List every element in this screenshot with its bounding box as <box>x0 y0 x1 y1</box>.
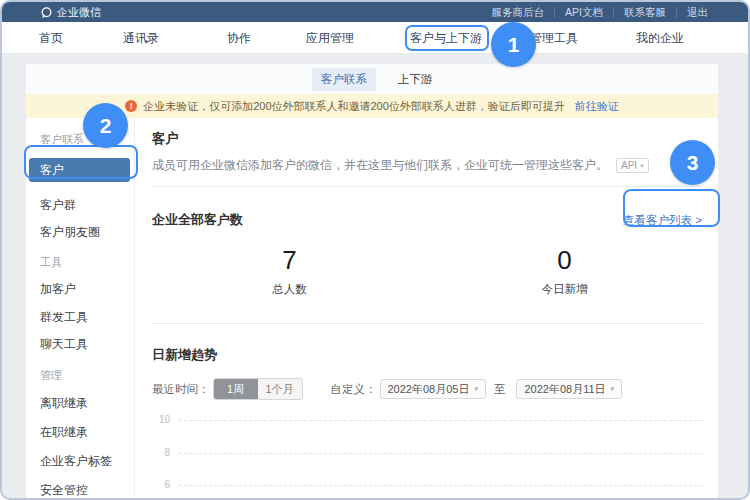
notice-text: 企业未验证，仅可添加200位外部联系人和邀请200位外部联系人进群，验证后即可提… <box>143 99 565 114</box>
sidebar: 客户联系 客户 客户群 客户朋友圈 工具 加客户 群发工具 聊天工具 管理 离职… <box>26 118 135 500</box>
sidebar-item-resigned-inheritance[interactable]: 离职继承 <box>26 396 134 410</box>
app-window: 企业微信 服务商后台 API文档 联系客服 退出 首页 通讯录 协作 应用管理 … <box>0 0 750 500</box>
topbar: 企业微信 服务商后台 API文档 联系客服 退出 <box>2 2 748 22</box>
page-title: 客户 <box>152 130 702 148</box>
nav-management-tools[interactable]: 管理工具 <box>530 29 578 46</box>
y-tick: 10 <box>152 415 170 425</box>
chevron-down-icon: ▾ <box>640 162 644 170</box>
logo-text: 企业微信 <box>57 5 101 20</box>
stat-today-new-label: 今日新增 <box>427 282 702 297</box>
sidebar-item-chat-tools[interactable]: 聊天工具 <box>26 337 134 351</box>
date-from-select[interactable]: 2022年08月05日 ▾ <box>380 379 486 399</box>
y-tick: 6 <box>152 480 170 490</box>
logo[interactable]: 企业微信 <box>40 5 101 20</box>
divider <box>152 186 702 187</box>
sidebar-item-active-inheritance[interactable]: 在职继承 <box>26 425 134 439</box>
tab-strip: 客户联系 上下游 <box>26 64 718 94</box>
sidebar-section-management: 管理 <box>26 368 134 382</box>
stat-total: 7 总人数 <box>152 247 427 297</box>
nav-contacts[interactable]: 通讯录 <box>123 29 159 46</box>
warning-icon: ! <box>125 100 137 112</box>
main-nav: 首页 通讯录 协作 应用管理 客户与上下游 管理工具 我的企业 <box>2 22 748 54</box>
nav-customers-supply-chain[interactable]: 客户与上下游 <box>410 29 482 46</box>
trend-chart: 10 8 6 4 <box>152 420 702 500</box>
chevron-down-icon: ▾ <box>611 385 615 393</box>
tab-customer-contact[interactable]: 客户联系 <box>312 68 376 91</box>
nav-app-management[interactable]: 应用管理 <box>306 29 354 46</box>
stat-total-value: 7 <box>152 247 427 273</box>
page-description: 成员可用企业微信添加客户的微信，并在这里与他们联系，企业可统一管理这些客户。 <box>152 157 608 174</box>
custom-range-label: 自定义： <box>331 382 377 397</box>
sidebar-section-customer-contact: 客户联系 <box>26 132 134 146</box>
y-tick: 8 <box>152 448 170 458</box>
sidebar-item-customers[interactable]: 客户 <box>29 158 130 182</box>
sidebar-item-add-customers[interactable]: 加客户 <box>26 282 134 296</box>
go-verify-link[interactable]: 前往验证 <box>575 99 619 114</box>
stat-today-new-value: 0 <box>427 247 702 273</box>
sidebar-item-customer-tags[interactable]: 企业客户标签 <box>26 454 134 468</box>
link-service-console[interactable]: 服务商后台 <box>482 7 555 18</box>
tab-supply-chain[interactable]: 上下游 <box>398 72 433 87</box>
toggle-1-week[interactable]: 1周 <box>214 379 258 399</box>
time-range-label: 最近时间： <box>152 382 210 397</box>
view-customer-list-link[interactable]: 查看客户列表 > <box>623 213 702 228</box>
sidebar-section-tools: 工具 <box>26 255 134 269</box>
stats-section-title: 企业全部客户数 <box>152 211 243 229</box>
date-to-select[interactable]: 2022年08月11日 ▾ <box>516 379 622 399</box>
gridline <box>179 453 702 454</box>
time-range-toggle: 1周 1个月 <box>213 378 303 400</box>
content-card: 客户联系 上下游 ! 企业未验证，仅可添加200位外部联系人和邀请200位外部联… <box>26 64 718 500</box>
wechat-work-logo-icon <box>40 6 53 19</box>
stat-today-new: 0 今日新增 <box>427 247 702 297</box>
link-contact-support[interactable]: 联系客服 <box>613 7 676 18</box>
date-to-label: 至 <box>494 382 506 397</box>
sidebar-item-customer-moments[interactable]: 客户朋友圈 <box>26 225 134 239</box>
gridline <box>179 420 702 421</box>
link-api-docs[interactable]: API文档 <box>554 7 613 18</box>
sidebar-item-customer-groups[interactable]: 客户群 <box>26 198 134 212</box>
card-body: 客户联系 客户 客户群 客户朋友圈 工具 加客户 群发工具 聊天工具 管理 离职… <box>26 118 718 500</box>
stats-row: 7 总人数 0 今日新增 <box>152 247 702 297</box>
nav-collaboration[interactable]: 协作 <box>227 29 251 46</box>
gridline <box>179 485 702 486</box>
trend-section-title: 日新增趋势 <box>152 346 702 364</box>
link-logout[interactable]: 退出 <box>676 7 718 18</box>
nav-my-company[interactable]: 我的企业 <box>636 29 684 46</box>
sidebar-item-security-control[interactable]: 安全管控 <box>26 483 134 497</box>
main-content: 客户 成员可用企业微信添加客户的微信，并在这里与他们联系，企业可统一管理这些客户… <box>135 118 718 500</box>
stat-total-label: 总人数 <box>152 282 427 297</box>
chevron-down-icon: ▾ <box>474 385 478 393</box>
trend-controls: 最近时间： 1周 1个月 自定义： 2022年08月05日 ▾ 至 2022年0… <box>152 378 702 400</box>
api-dropdown[interactable]: API ▾ <box>616 158 649 173</box>
toggle-1-month[interactable]: 1个月 <box>258 379 302 399</box>
divider <box>152 323 702 324</box>
verification-notice: ! 企业未验证，仅可添加200位外部联系人和邀请200位外部联系人进群，验证后即… <box>26 94 718 118</box>
nav-home[interactable]: 首页 <box>39 29 63 46</box>
topbar-links: 服务商后台 API文档 联系客服 退出 <box>482 7 718 18</box>
sidebar-item-broadcast-tools[interactable]: 群发工具 <box>26 310 134 324</box>
